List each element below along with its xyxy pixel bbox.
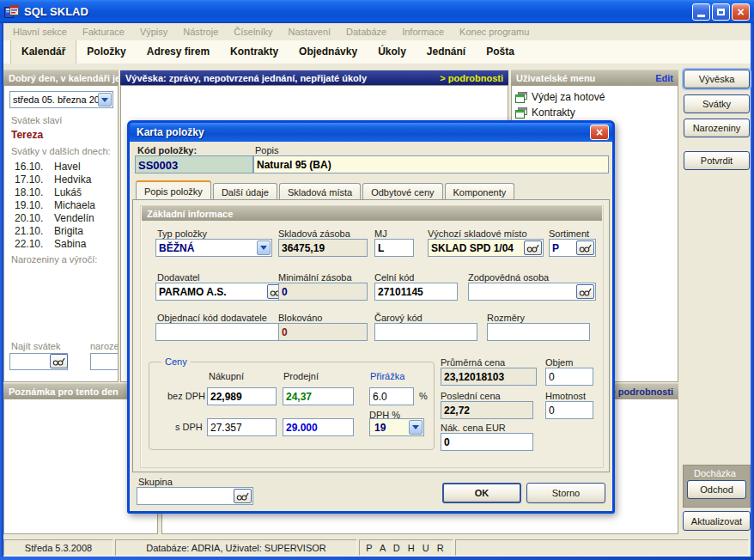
menu-item-hlavni-sekce[interactable]: Hlavní sekce [5,27,75,37]
tab-objednavky[interactable]: Objednávky [289,40,368,64]
menu-item-konec-programu[interactable]: Konec programu [452,27,537,37]
prumerna-cena-label: Průměrná cena [441,357,505,368]
date-picker[interactable]: středa 05. března 2008 [9,91,113,108]
sortiment-field[interactable]: P [549,239,596,257]
date-dropdown-button[interactable] [98,93,112,107]
dialog-body: Kód položky: SS0003 Popis Natural 95 (BA… [130,142,612,511]
carovy-kod-label: Čarový kód [374,313,423,323]
rozmery-field[interactable] [487,323,590,341]
menu-item-nastroje[interactable]: Nástroje [175,27,226,37]
birthdays-button[interactable]: Narozeniny [684,119,750,137]
menu-item-fakturace[interactable]: Fakturace [75,27,132,37]
objem-field[interactable]: 0 [545,368,593,386]
tab-adresy-firem[interactable]: Adresy firem [137,40,220,64]
prirazka-field[interactable]: 6.0 [369,387,414,405]
board-button[interactable]: Vývěska [684,70,750,88]
sortiment-value: P [552,242,559,254]
tab-kontrakty[interactable]: Kontrakty [220,40,289,64]
menu-item-informace[interactable]: Informace [394,27,452,37]
menu-item-vypisy[interactable]: Výpisy [132,27,175,37]
basic-info-header: Základní informace [142,206,602,221]
dph-select[interactable]: 19 [369,418,424,436]
dialog-tab-dalsi-udaje[interactable]: Další údaje [213,183,277,200]
hmotnost-field[interactable]: 0 [545,401,593,419]
chevron-down-icon[interactable] [257,240,271,255]
menu-item-ciselniky[interactable]: Číselníky [226,27,280,37]
dialog-tab-bar: Popis položky Další údaje Skladová místa… [136,180,516,200]
close-button[interactable]: × [732,3,750,21]
ok-button[interactable]: OK [442,483,521,503]
dialog-tab-komponenty[interactable]: Komponenty [445,183,515,200]
board-details-link[interactable]: > podrobnosti [440,73,503,83]
user-menu-item[interactable]: Výdej za hotové [515,89,675,105]
item-code-field[interactable]: SS0003 [135,155,253,173]
dialog-tab-popis-polozky[interactable]: Popis položky [136,180,211,200]
namedays-button[interactable]: Svátky [684,94,750,113]
skupina-lookup-button[interactable] [234,489,252,503]
tab-polozky[interactable]: Položky [76,40,136,64]
zodpovedna-osoba-lookup-button[interactable] [576,284,594,299]
nak-cena-eur-field[interactable]: 0 [441,433,533,451]
blokovano-field: 0 [278,323,368,341]
nak-cena-eur-label: Nák. cena EUR [441,423,506,433]
nameday-date: 17.10. [15,173,54,186]
nameday-name: Lukáš [54,186,82,198]
item-description-field[interactable]: Natural 95 (BA) [253,155,609,173]
attendance-label: Docházka [694,468,736,478]
find-birthday-input[interactable] [90,353,119,370]
vychozi-misto-lookup-button[interactable] [524,240,542,255]
tab-kalendar[interactable]: Kalendář [10,40,76,64]
dodavatel-label: Dodavatel [157,272,200,283]
rozmery-label: Rozměry [487,313,525,323]
sortiment-lookup-button[interactable] [576,240,594,255]
dialog-close-button[interactable]: × [590,125,609,140]
objednaci-kod-field[interactable] [155,323,287,341]
title-bar: SQL SKLAD × [0,0,754,23]
typ-polozky-value: BĚŽNÁ [159,242,194,254]
mj-label: MJ [374,228,387,239]
typ-polozky-select[interactable]: BĚŽNÁ [155,239,272,257]
dodavatel-field[interactable]: PARAMO A.S. [155,283,287,301]
main-tab-bar: Kalendář Položky Adresy firem Kontrakty … [3,40,751,64]
carovy-kod-field[interactable] [374,323,477,341]
maximize-button[interactable] [712,3,730,21]
dialog-tab-skladova-mista[interactable]: Skladová místa [279,183,361,200]
item-description-label: Popis [255,145,279,155]
find-nameday-lookup-button[interactable] [50,354,68,368]
update-button[interactable]: Aktualizovat [683,511,751,531]
leave-button[interactable]: Odchod [687,480,746,499]
user-menu-item[interactable]: Kontrakty [515,105,675,120]
minimize-button[interactable] [692,3,710,21]
tab-jednani[interactable]: Jednání [417,40,476,64]
item-code-label: Kód položky: [137,145,197,155]
bez-dph-prodejni-field[interactable]: 24,37 [283,387,354,405]
skladova-zasoba-field: 36475,19 [278,239,368,257]
mj-field[interactable]: L [374,239,414,257]
close-icon: × [737,6,744,18]
user-menu-edit-link[interactable]: Edit [655,73,673,83]
date-picker-value: středa 05. března 2008 [13,94,98,105]
zodpovedna-osoba-field[interactable] [468,283,596,301]
chevron-down-icon[interactable] [409,420,423,435]
skupina-label: Skupina [138,477,173,487]
vychozi-misto-field[interactable]: SKLAD SPD 1/04 [428,239,544,257]
s-dph-nakupni-field[interactable]: 27.357 [207,418,277,436]
lookup-glasses-icon [52,356,65,366]
cascade-windows-icon [515,107,527,119]
zodpovedna-osoba-label: Zodpovědná osoba [468,272,549,283]
confirm-button[interactable]: Potvrdit [684,151,750,170]
skupina-field[interactable] [137,487,253,505]
storno-button[interactable]: Storno [526,483,605,503]
menu-item-nastaveni[interactable]: Nastavení [281,27,339,37]
chevron-down-glyph [412,425,419,429]
tasks-details-link[interactable]: > podrobnosti [610,387,673,397]
s-dph-prodejni-field[interactable]: 29.000 [283,418,354,436]
tab-ukoly[interactable]: Úkoly [368,40,417,64]
tab-posta[interactable]: Pošta [476,40,525,64]
dialog-tab-odbytove-ceny[interactable]: Odbytové ceny [362,183,442,200]
celni-kod-field[interactable]: 27101145 [374,283,458,301]
board-header-label: Vývěska: zprávy, nepotvrzená jednání, ne… [125,73,367,83]
find-nameday-label: Najít svátek [11,341,60,351]
bez-dph-nakupni-field[interactable]: 22,989 [207,387,277,405]
menu-item-databaze[interactable]: Databáze [338,27,394,37]
